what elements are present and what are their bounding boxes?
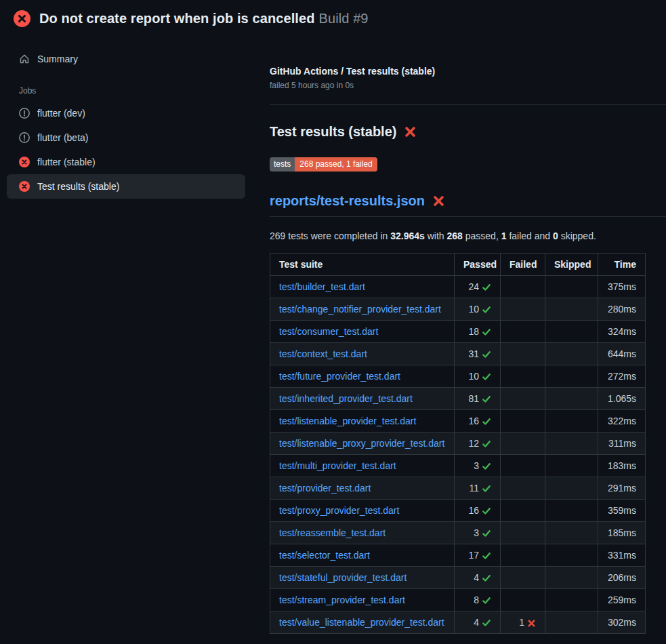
suite-link[interactable]: test/inherited_provider_test.dart [279, 393, 413, 404]
time-cell: 375ms [598, 276, 646, 298]
suite-link[interactable]: test/stateful_provider_test.dart [279, 572, 407, 583]
table-row: test/selector_test.dart17331ms [270, 544, 646, 567]
layout: Summary Jobs flutter (dev)flutter (beta)… [0, 36, 666, 634]
suite-link[interactable]: test/listenable_provider_test.dart [279, 416, 416, 426]
stale-circle-icon [19, 108, 30, 119]
suite-link[interactable]: test/multi_provider_test.dart [279, 460, 396, 471]
sidebar-item-job[interactable]: flutter (beta) [7, 125, 245, 150]
skipped-cell [545, 298, 598, 321]
suite-link[interactable]: test/reassemble_test.dart [279, 527, 386, 538]
passed-cell: 18 [455, 321, 501, 343]
run-meta: failed 5 hours ago in 0s [270, 81, 645, 90]
table-row: test/listenable_provider_test.dart16322m… [270, 410, 646, 432]
report-link[interactable]: reports/test-results.json [270, 193, 425, 209]
passed-cell: 16 [455, 410, 501, 432]
badge-value: 268 passed, 1 failed [295, 157, 377, 172]
time-cell: 1.065s [598, 388, 646, 410]
passed-cell: 17 [455, 544, 501, 567]
sidebar-item-job[interactable]: flutter (stable) [7, 150, 245, 174]
failed-cell [501, 477, 545, 500]
sidebar-item-job[interactable]: Test results (stable) [7, 174, 245, 199]
failed-cell [501, 388, 545, 410]
skipped-cell [545, 455, 598, 477]
summary-line: 269 tests were completed in 32.964s with… [270, 230, 645, 241]
suite-link[interactable]: test/proxy_provider_test.dart [279, 505, 399, 516]
failed-cell [501, 321, 545, 343]
failed-cell [501, 276, 545, 298]
suite-link[interactable]: test/change_notifier_provider_test.dart [279, 304, 441, 315]
section-title: Test results (stable) [270, 124, 396, 140]
summary-skipped-count: 0 [553, 230, 558, 241]
suite-cell: test/inherited_provider_test.dart [270, 388, 455, 410]
column-header: Test suite [270, 254, 455, 276]
time-cell: 185ms [598, 522, 646, 544]
skipped-cell [545, 365, 598, 388]
check-icon [482, 350, 491, 359]
table-row: test/multi_provider_test.dart3183ms [270, 455, 646, 477]
check-icon [482, 618, 491, 628]
check-icon [482, 506, 491, 516]
sidebar-item-job[interactable]: flutter (dev) [7, 101, 245, 125]
time-cell: 272ms [598, 365, 646, 388]
suite-link[interactable]: test/builder_test.dart [279, 281, 365, 292]
table-row: test/context_test.dart31644ms [270, 343, 646, 365]
suite-link[interactable]: test/consumer_test.dart [279, 326, 378, 337]
suite-cell: test/stateful_provider_test.dart [270, 567, 455, 589]
column-header: Passed [455, 254, 501, 276]
skipped-cell [545, 544, 598, 567]
check-icon [482, 484, 491, 494]
suite-link[interactable]: test/value_listenable_provider_test.dart [279, 617, 444, 628]
check-icon [482, 573, 491, 583]
job-label: Test results (stable) [37, 181, 119, 192]
failed-cell: 1 [501, 611, 545, 634]
skipped-cell [545, 410, 598, 432]
check-icon [482, 305, 491, 315]
build-number: Build #9 [319, 11, 369, 26]
summary-duration: 32.964s [390, 230, 425, 241]
failed-cell [501, 365, 545, 388]
passed-cell: 10 [455, 365, 501, 388]
section-heading: Test results (stable) [270, 124, 645, 140]
suite-link[interactable]: test/provider_test.dart [279, 483, 371, 494]
check-icon [482, 596, 491, 605]
summary-text: 269 tests were completed in [270, 230, 390, 241]
badge-label: tests [270, 157, 295, 172]
suite-link[interactable]: test/future_provider_test.dart [279, 371, 400, 382]
skipped-cell [545, 477, 598, 500]
failed-cell [501, 522, 545, 544]
check-icon [482, 551, 491, 561]
suite-cell: test/consumer_test.dart [270, 321, 455, 343]
table-row: test/value_listenable_provider_test.dart… [270, 611, 646, 634]
passed-cell: 8 [455, 589, 501, 611]
summary-passed-count: 268 [447, 230, 463, 241]
table-row: test/stateful_provider_test.dart4206ms [270, 567, 646, 589]
jobs-list: flutter (dev)flutter (beta)flutter (stab… [7, 101, 245, 199]
failed-cell [501, 589, 545, 611]
check-icon [482, 327, 491, 337]
skipped-cell [545, 589, 598, 611]
suite-link[interactable]: test/selector_test.dart [279, 550, 370, 561]
time-cell: 280ms [598, 298, 646, 321]
summary-text: skipped. [558, 230, 596, 241]
skipped-cell [545, 343, 598, 365]
time-cell: 311ms [598, 432, 646, 455]
skipped-cell [545, 611, 598, 634]
suite-link[interactable]: test/stream_provider_test.dart [279, 595, 405, 605]
suite-cell: test/listenable_provider_test.dart [270, 410, 455, 432]
table-row: test/reassemble_test.dart3185ms [270, 522, 646, 544]
page: Do not create report when job is cancell… [0, 0, 666, 634]
sidebar-summary-label: Summary [37, 54, 78, 64]
suite-cell: test/reassemble_test.dart [270, 522, 455, 544]
x-emoji-icon [527, 619, 536, 628]
skipped-cell [545, 432, 598, 455]
suite-cell: test/listenable_proxy_provider_test.dart [270, 432, 455, 455]
table-row: test/stream_provider_test.dart8259ms [270, 589, 646, 611]
suite-link[interactable]: test/context_test.dart [279, 348, 367, 359]
run-title: Do not create report when job is cancell… [39, 11, 315, 26]
main-content: GitHub Actions / Test results (stable) f… [256, 36, 666, 634]
sidebar-item-summary[interactable]: Summary [7, 47, 245, 71]
suite-cell: test/change_notifier_provider_test.dart [270, 298, 455, 321]
suite-link[interactable]: test/listenable_proxy_provider_test.dart [279, 438, 444, 449]
breadcrumb: GitHub Actions / Test results (stable) [270, 66, 645, 77]
time-cell: 324ms [598, 321, 646, 343]
